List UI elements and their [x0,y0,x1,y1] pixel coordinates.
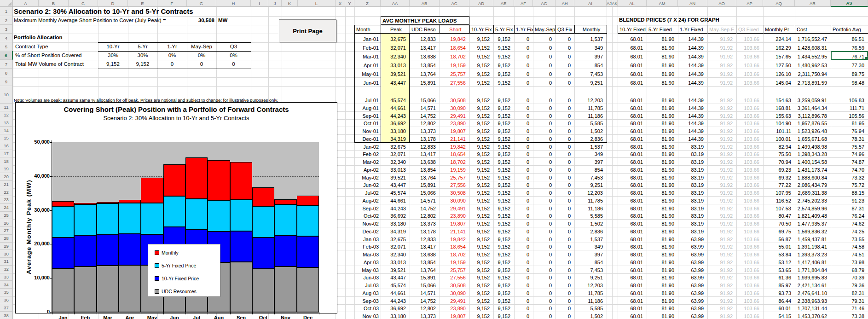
cell-AS16[interactable]: 75.57 [831,142,868,150]
cell-AE5[interactable]: 9,152 [493,42,514,51]
cell-AQ9[interactable]: 145.04 [763,77,795,86]
cell-AM34[interactable]: 81.90 [647,281,678,289]
cell-AB7[interactable]: 13,854 [410,60,440,69]
cell-AS14[interactable]: 76.94 [831,127,868,134]
row-header-32[interactable]: 32 [0,266,13,273]
cell-AD36[interactable]: 9,152 [469,296,493,304]
cell-Z4[interactable]: Jan-01 [354,34,381,42]
cell-AS13[interactable]: 81.95 [831,119,868,127]
cell-AG32[interactable]: 0 [533,266,556,273]
blended-table-header-1-Yr Fixed[interactable]: 1-Yr Fixed [678,25,707,34]
cell-AA27[interactable]: 34,319 [381,227,410,235]
cell-AE17[interactable]: 9,152 [493,150,514,158]
cell-AP18[interactable]: 103.66 [736,157,763,165]
cell-AI38[interactable]: 1,502 [574,312,607,319]
cell-AG17[interactable]: 0 [533,150,556,158]
cell-AQ35[interactable]: 93.73 [763,289,795,296]
col-header-AI[interactable]: AI [574,0,607,7]
cell-AL25[interactable]: 68.01 [618,212,647,220]
cell-AN17[interactable]: 83.19 [678,150,707,158]
peak-table-header-Short[interactable]: Short [440,25,470,34]
portfolio-pct-cell[interactable]: 30% [99,52,127,58]
cell-AE20[interactable]: 9,152 [493,173,514,181]
cell-AB20[interactable]: 13,764 [410,173,440,181]
cell-Z22[interactable]: Jul-02 [354,188,381,196]
cell-AG30[interactable]: 0 [533,250,556,258]
cell-AO27[interactable]: 91.92 [707,227,736,235]
cell-AP24[interactable]: 103.66 [736,204,763,212]
cell-AE11[interactable]: 9,152 [493,104,514,111]
cell-AC30[interactable]: 18,702 [440,250,469,258]
cell-AB25[interactable]: 12,802 [410,212,440,220]
cell-AE37[interactable]: 9,152 [493,304,514,312]
cell-AI18[interactable]: 397 [574,157,607,165]
cell-AA31[interactable]: 33,013 [381,258,410,266]
cell-AS23[interactable]: 91.23 [831,196,868,204]
cell-AP17[interactable]: 103.66 [736,150,763,158]
cell-AI30[interactable]: 397 [574,250,607,258]
cell-AF33[interactable]: 0 [514,273,533,281]
portfolio-mw-cell[interactable]: 0 [188,61,215,67]
cell-AI6[interactable]: 397 [574,51,607,60]
cell-AE27[interactable]: 9,152 [493,227,514,235]
portfolio-mw-cell[interactable]: 0 [158,61,186,67]
cell-AS30[interactable]: 74.51 [831,250,868,258]
cell-Z17[interactable]: Feb-02 [354,150,381,158]
cell-AQ33[interactable]: 61.36 [763,273,795,281]
peak-table-header-Peak[interactable]: Peak [381,25,410,34]
cell-AO9[interactable]: 91.92 [707,77,736,86]
col-header-C[interactable]: C [69,0,98,7]
cell-AQ6[interactable]: 157.65 [763,51,795,60]
cell-AI25[interactable]: 5,585 [574,212,607,220]
cell-AC17[interactable]: 18,654 [440,150,469,158]
cell-AQ30[interactable]: 53.84 [763,250,795,258]
cell-AP21[interactable]: 103.66 [736,181,763,189]
cell-AS22[interactable]: 88.15 [831,188,868,196]
cell-AH29[interactable]: 0 [556,243,574,250]
select-all-corner[interactable] [0,0,13,7]
cell-AR35[interactable]: 2,476,641.10 [795,289,831,296]
cell-AP22[interactable]: 103.66 [736,188,763,196]
cell-AN26[interactable]: 83.19 [678,219,707,227]
cell-AM22[interactable]: 81.90 [647,188,678,196]
col-header-Z[interactable]: Z [354,0,381,7]
cell-AF6[interactable]: 0 [514,51,533,60]
cell-AD7[interactable]: 9,152 [469,60,493,69]
cell-Z32[interactable]: May-03 [354,266,381,273]
cell-AC7[interactable]: 19,159 [440,60,469,69]
cell-AB11[interactable]: 14,571 [410,104,440,111]
cell-AR38[interactable]: 1,453,370.62 [795,312,831,319]
cell-AC6[interactable]: 18,702 [440,51,469,60]
cell-AM23[interactable]: 81.90 [647,196,678,204]
cell-AP32[interactable]: 103.66 [736,266,763,273]
cell-AD19[interactable]: 9,152 [469,165,493,173]
cell-AQ16[interactable]: 82.94 [763,142,795,150]
cell-AS4[interactable]: 86.51 [831,34,868,42]
cell-AD9[interactable]: 9,152 [469,77,493,86]
cell-AH4[interactable]: 0 [556,34,574,42]
cell-AM29[interactable]: 81.90 [647,243,678,250]
cell-AM5[interactable]: 81.90 [647,42,678,51]
cell-AI23[interactable]: 11,785 [574,196,607,204]
cell-AM24[interactable]: 81.90 [647,204,678,212]
cell-AN9[interactable]: 144.39 [678,77,707,86]
cell-AB18[interactable]: 13,638 [410,157,440,165]
cell-AQ36[interactable]: 86.44 [763,296,795,304]
cell-AI19[interactable]: 854 [574,165,607,173]
cell-AF13[interactable]: 0 [514,119,533,127]
cell-AB17[interactable]: 13,417 [410,150,440,158]
cell-AC4[interactable]: 19,842 [440,34,469,42]
cell-AG15[interactable]: 0 [533,134,556,142]
cell-AA16[interactable]: 32,675 [381,142,410,150]
cell-AF5[interactable]: 0 [514,42,533,51]
cell-AA4[interactable]: 32,675 [381,34,410,42]
cell-AI21[interactable]: 9,251 [574,181,607,189]
row-header-25[interactable]: 25 [0,212,13,220]
cell-AL15[interactable]: 68.01 [618,134,647,142]
row-header-16[interactable]: 16 [0,142,13,150]
cell-AM28[interactable]: 81.90 [647,235,678,243]
col-header-AP[interactable]: AP [736,0,763,7]
peak-table-header-Month[interactable]: Month [354,25,381,34]
cell-AO32[interactable]: 91.92 [707,266,736,273]
cell-AO18[interactable]: 91.92 [707,157,736,165]
